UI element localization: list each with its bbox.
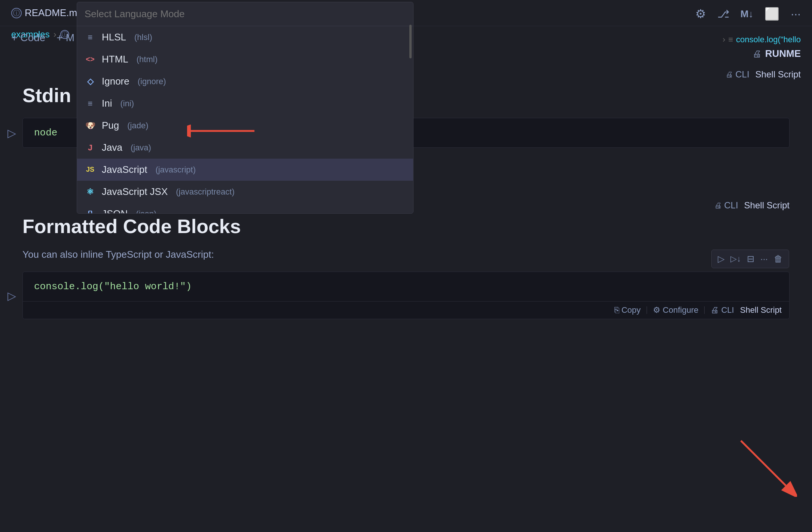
add-markdown-button[interactable]: + M — [57, 32, 74, 44]
tab-readme[interactable]: ⓘ README.mc — [11, 7, 82, 19]
node-code-text: node — [34, 127, 57, 138]
dropdown-scrollbar[interactable] — [409, 25, 412, 58]
lang-item-hlsl[interactable]: ≡ HLSL (hlsl) — [77, 26, 413, 48]
lang-item-html[interactable]: <> HTML (html) — [77, 48, 413, 70]
lang-item-java[interactable]: J Java (java) — [77, 137, 413, 159]
copy-button[interactable]: ⎘ Copy — [614, 305, 641, 315]
more-options-icon[interactable]: ··· — [791, 7, 801, 21]
cli-icon-footer: 🖨 — [711, 305, 719, 315]
language-search-input[interactable] — [77, 2, 413, 26]
tab-info-icon: ⓘ — [11, 8, 22, 18]
console-code-block-wrapper: ▷ ▷ ▷↓ ⊟ ··· 🗑 console.log("hello world!… — [22, 272, 790, 319]
configure-button[interactable]: ⚙ Configure — [653, 305, 698, 315]
copy-icon: ⎘ — [614, 305, 619, 315]
console-breadcrumb-text: console.log("hello — [736, 35, 801, 45]
inline-text: You can also inline TypeScript or JavaSc… — [22, 249, 790, 260]
lang-item-javascript[interactable]: JS JavaScript (javascript) — [77, 159, 413, 181]
run-icon[interactable]: ▷ — [718, 254, 724, 264]
cli-label-footer: CLI — [721, 305, 734, 315]
jsx-icon: ⚛ — [85, 186, 96, 198]
console-code-block: ▷ ▷↓ ⊟ ··· 🗑 console.log("hello world!")… — [22, 272, 790, 319]
configure-label: Configure — [663, 305, 698, 315]
toolbar-divider-1 — [647, 306, 647, 314]
toolbar-divider-2 — [704, 306, 705, 314]
header-toolbar: ⚙ ⎇ M↓ ⬜ ··· — [695, 7, 801, 21]
ini-icon: ≡ — [85, 98, 96, 109]
markdown-icon[interactable]: M↓ — [741, 8, 754, 20]
lang-item-ignore[interactable]: ◇ Ignore (ignore) — [77, 70, 413, 92]
lang-item-ini[interactable]: ≡ Ini (ini) — [77, 92, 413, 114]
console-code-inner: console.log("hello world!") — [23, 272, 789, 301]
html-icon: <> — [85, 54, 96, 65]
console-code-text: console.log("hello world!") — [34, 281, 192, 292]
console-code-footer: ⎘ Copy ⚙ Configure 🖨 CLI Shell Script — [23, 301, 789, 319]
gear-icon[interactable]: ⚙ — [695, 7, 706, 21]
shell-script-label-bottom: Shell Script — [744, 200, 790, 211]
add-markdown-label: M — [66, 32, 74, 44]
lang-item-jsx[interactable]: ⚛ JavaScript JSX (javascriptreact) — [77, 181, 413, 203]
formatted-section: Formatted Code Blocks You can also inlin… — [22, 215, 790, 260]
run-node-button[interactable]: ▷ — [7, 126, 16, 140]
javascript-icon: JS — [85, 164, 96, 175]
ignore-icon: ◇ — [85, 76, 96, 87]
java-icon: J — [85, 142, 96, 153]
delete-icon[interactable]: 🗑 — [774, 254, 783, 264]
console-breadcrumb: › ≡ console.log("hello — [723, 35, 801, 45]
add-code-button[interactable]: + Code — [11, 32, 45, 44]
branch-icon[interactable]: ⎇ — [717, 8, 729, 20]
configure-icon: ⚙ — [653, 305, 660, 315]
shell-script-label-footer: Shell Script — [740, 305, 782, 315]
language-selector-dropdown: ≡ HLSL (hlsl) <> HTML (html) ◇ Ignore (i… — [77, 2, 413, 214]
copy-label: Copy — [622, 305, 641, 315]
add-buttons-bar: + Code + M — [11, 32, 74, 44]
formatted-title: Formatted Code Blocks — [22, 215, 790, 238]
cli-button-footer[interactable]: 🖨 CLI — [711, 305, 734, 315]
add-code-label: Code — [20, 32, 45, 44]
json-icon: {} — [85, 208, 96, 214]
split-icon[interactable]: ⊟ — [747, 254, 754, 264]
split-editor-icon[interactable]: ⬜ — [764, 7, 779, 21]
cli-icon-bottom: 🖨 — [714, 201, 722, 210]
language-list: ≡ HLSL (hlsl) <> HTML (html) ◇ Ignore (i… — [77, 26, 413, 213]
tab-label: README.mc — [25, 7, 82, 19]
run-below-icon[interactable]: ▷↓ — [730, 254, 741, 264]
code-float-toolbar: ▷ ▷↓ ⊟ ··· 🗑 — [711, 250, 789, 268]
more-icon[interactable]: ··· — [760, 254, 768, 264]
cli-label-bottom: CLI — [724, 200, 738, 211]
cli-button-bottom[interactable]: 🖨 CLI — [714, 200, 738, 211]
pug-icon: 🐶 — [85, 120, 96, 131]
run-console-button[interactable]: ▷ — [7, 289, 16, 302]
hlsl-icon: ≡ — [85, 32, 96, 43]
lang-item-pug[interactable]: 🐶 Pug (jade) — [77, 114, 413, 137]
right-panel-bottom: 🖨 CLI Shell Script — [714, 200, 790, 211]
lang-item-json[interactable]: {} JSON (json) — [77, 203, 413, 213]
